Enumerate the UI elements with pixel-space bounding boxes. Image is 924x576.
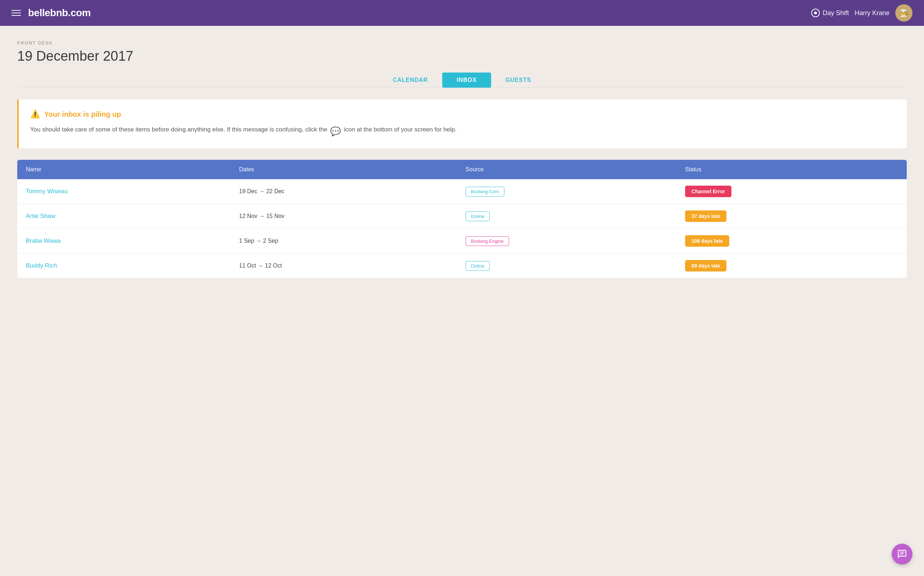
source-badge: Online (466, 211, 490, 221)
alert-title: ⚠️ Your inbox is piling up (30, 110, 895, 119)
page-content: FRONT DESK 19 December 2017 CALENDAR INB… (0, 26, 924, 292)
header-right: Day Shift Harry Krane 👨‍🍳 (811, 4, 913, 22)
tab-calendar[interactable]: CALENDAR (378, 72, 442, 88)
tab-inbox[interactable]: INBOX (442, 72, 491, 88)
guest-name-link[interactable]: Buddy Rich (26, 262, 57, 269)
cell-source: Online (457, 254, 676, 278)
table-row: Artie Shaw 12 Nov → 15 Nov Online 37 day… (17, 204, 907, 229)
cell-source: Booking.Com (457, 179, 676, 204)
hamburger-menu[interactable] (11, 10, 21, 16)
col-source: Source (457, 160, 676, 179)
alert-box: ⚠️ Your inbox is piling up You should ta… (17, 99, 907, 148)
avatar[interactable]: 👨‍🍳 (895, 4, 913, 22)
status-badge: 69 days late (685, 260, 726, 272)
source-badge: Booking.Com (466, 187, 504, 197)
cell-status: 69 days late (676, 254, 907, 278)
alert-body: You should take care of some of these it… (30, 125, 895, 138)
source-badge: Booking Engine (466, 236, 509, 246)
table-header: Name Dates Source Status (17, 160, 907, 179)
page-date: 19 December 2017 (17, 48, 907, 64)
table-row: Tommy Wiseau 19 Dec → 22 Dec Booking.Com… (17, 179, 907, 204)
chat-icon-inline: 💬 (330, 125, 341, 138)
warning-icon: ⚠️ (30, 110, 40, 119)
col-dates: Dates (231, 160, 457, 179)
cell-dates: 12 Nov → 15 Nov (231, 204, 457, 229)
tab-guests[interactable]: GUESTS (491, 72, 546, 88)
cell-status: 37 days late (676, 204, 907, 229)
shift-selector[interactable]: Day Shift (811, 9, 849, 17)
cell-name: Artie Shaw (17, 204, 231, 229)
status-badge: 109 days late (685, 235, 729, 247)
guest-name-link[interactable]: Braba Wawa (26, 237, 61, 244)
cell-source: Online (457, 204, 676, 229)
cell-source: Booking Engine (457, 229, 676, 254)
col-name: Name (17, 160, 231, 179)
cell-name: Buddy Rich (17, 254, 231, 278)
shift-icon (811, 9, 820, 17)
user-name: Harry Krane (855, 10, 889, 17)
cell-dates: 11 Oct → 12 Oct (231, 254, 457, 278)
cell-name: Braba Wawa (17, 229, 231, 254)
shift-label-text: Day Shift (823, 10, 849, 17)
guest-name-link[interactable]: Tommy Wiseau (26, 188, 67, 195)
cell-name: Tommy Wiseau (17, 179, 231, 204)
status-badge: 37 days late (685, 210, 726, 222)
inbox-table: Name Dates Source Status Tommy Wiseau 19… (17, 160, 907, 278)
cell-status: Channel Error (676, 179, 907, 204)
table-row: Braba Wawa 1 Sep → 2 Sep Booking Engine … (17, 229, 907, 254)
section-label: FRONT DESK (17, 40, 907, 46)
cell-dates: 19 Dec → 22 Dec (231, 179, 457, 204)
status-badge: Channel Error (685, 186, 732, 197)
chat-fab-button[interactable] (892, 544, 913, 565)
tabs-nav: CALENDAR INBOX GUESTS (17, 72, 907, 88)
header-left: bellebnb.com (11, 7, 91, 19)
chat-fab-icon (897, 549, 907, 559)
guest-name-link[interactable]: Artie Shaw (26, 213, 55, 219)
col-status: Status (676, 160, 907, 179)
cell-status: 109 days late (676, 229, 907, 254)
app-logo: bellebnb.com (28, 7, 91, 19)
app-header: bellebnb.com Day Shift Harry Krane 👨‍🍳 (0, 0, 924, 26)
table-body: Tommy Wiseau 19 Dec → 22 Dec Booking.Com… (17, 179, 907, 278)
source-badge: Online (466, 261, 490, 271)
cell-dates: 1 Sep → 2 Sep (231, 229, 457, 254)
table-row: Buddy Rich 11 Oct → 12 Oct Online 69 day… (17, 254, 907, 278)
